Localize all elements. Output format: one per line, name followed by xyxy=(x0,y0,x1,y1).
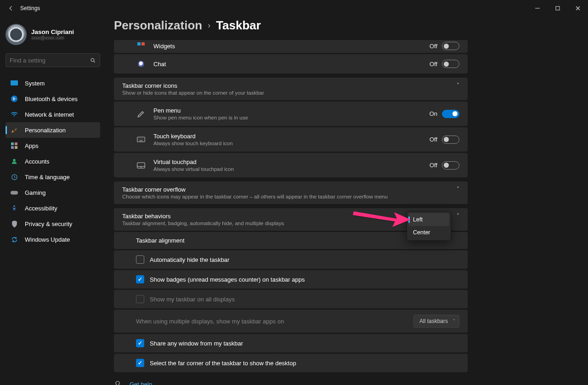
svg-rect-1 xyxy=(556,6,560,10)
nav-gaming[interactable]: Gaming xyxy=(6,185,100,200)
apps-icon xyxy=(10,142,18,150)
row-title: Taskbar alignment xyxy=(136,237,185,244)
row-title: Show my taskbar on all displays xyxy=(150,296,235,303)
row-title: Chat xyxy=(153,61,166,68)
section-corner-icons[interactable]: Taskbar corner icons Show or hide icons … xyxy=(114,78,468,100)
row-subtitle: Always show virtual touchpad icon xyxy=(153,166,234,172)
wifi-icon xyxy=(10,110,18,119)
share-checkbox[interactable] xyxy=(136,339,144,347)
toggle-state: Off xyxy=(430,162,437,169)
nav-list: System Bluetooth & devices Network & int… xyxy=(6,75,100,247)
row-title: Share any window from my taskbar xyxy=(150,340,243,347)
get-help-link[interactable]: Get help xyxy=(114,379,588,385)
svg-rect-16 xyxy=(137,137,145,142)
row-chat[interactable]: Chat Off xyxy=(114,54,468,74)
row-subtitle: Show pen menu icon when pen is in use xyxy=(153,115,248,120)
avatar xyxy=(6,24,27,45)
keyboard-icon xyxy=(136,136,146,142)
section-title: Taskbar corner overflow xyxy=(122,186,186,193)
back-button[interactable] xyxy=(4,1,18,16)
nav-privacy[interactable]: Privacy & security xyxy=(6,216,100,232)
breadcrumb-current: Taskbar xyxy=(216,18,261,33)
row-virtual-touchpad[interactable]: Virtual touchpad Always show virtual tou… xyxy=(114,153,468,177)
svg-rect-13 xyxy=(137,42,141,45)
alignment-option-center[interactable]: Center xyxy=(408,226,449,239)
svg-point-12 xyxy=(13,205,15,207)
row-title: Widgets xyxy=(153,43,175,50)
nav-bluetooth[interactable]: Bluetooth & devices xyxy=(6,91,100,107)
nav-label: Privacy & security xyxy=(25,221,72,227)
nav-accessibility[interactable]: Accessibility xyxy=(6,200,100,216)
dropdown-value: All taskbars xyxy=(419,318,448,324)
link-text[interactable]: Get help xyxy=(130,381,152,385)
nav-label: Gaming xyxy=(25,189,46,196)
breadcrumb: Personalization › Taskbar xyxy=(114,18,588,40)
row-far-corner[interactable]: Select the far corner of the taskbar to … xyxy=(114,354,468,372)
system-icon xyxy=(10,79,18,87)
virtual-touchpad-toggle[interactable] xyxy=(442,161,459,170)
nav-label: Time & language xyxy=(25,174,70,181)
accessibility-icon xyxy=(10,204,18,212)
touch-keyboard-toggle[interactable] xyxy=(442,136,459,144)
nav-label: Accounts xyxy=(25,158,49,165)
nav-time[interactable]: Time & language xyxy=(6,169,100,185)
search-box[interactable] xyxy=(6,53,100,67)
toggle-state: Off xyxy=(430,61,437,68)
svg-rect-8 xyxy=(15,146,17,149)
titlebar: Settings xyxy=(0,0,588,17)
row-title: Automatically hide the taskbar xyxy=(150,256,229,263)
row-share-window[interactable]: Share any window from my taskbar xyxy=(114,334,468,352)
row-auto-hide[interactable]: Automatically hide the taskbar xyxy=(114,250,468,269)
chevron-up-icon: ˄ xyxy=(457,213,459,219)
widgets-icon xyxy=(136,42,146,50)
row-widgets[interactable]: Widgets Off xyxy=(114,40,468,53)
nav-apps[interactable]: Apps xyxy=(6,138,100,153)
row-multi-when: When using multiple displays, show my ta… xyxy=(114,310,468,333)
row-show-badges[interactable]: Show badges (unread messages counter) on… xyxy=(114,270,468,289)
nav-system[interactable]: System xyxy=(6,75,100,91)
search-input[interactable] xyxy=(10,57,90,64)
user-tile[interactable]: Jason Cipriani xxxx@xxxx.com xyxy=(6,22,100,51)
section-corner-overflow[interactable]: Taskbar corner overflow Choose which ico… xyxy=(114,181,468,204)
personalization-icon xyxy=(10,126,18,134)
maximize-button[interactable] xyxy=(548,1,568,16)
section-subtitle: Show or hide icons that appear on the co… xyxy=(122,90,264,96)
search-icon xyxy=(90,57,96,63)
nav-label: Personalization xyxy=(25,127,66,134)
widgets-toggle[interactable] xyxy=(442,42,459,50)
minimize-button[interactable] xyxy=(527,1,548,16)
row-subtitle: Always show touch keyboard icon xyxy=(153,141,233,146)
svg-rect-14 xyxy=(141,42,145,45)
auto-hide-checkbox[interactable] xyxy=(136,255,144,264)
row-touch-keyboard[interactable]: Touch keyboard Always show touch keyboar… xyxy=(114,127,468,152)
alignment-option-left[interactable]: Left xyxy=(408,213,449,226)
svg-rect-6 xyxy=(15,142,17,145)
breadcrumb-parent[interactable]: Personalization xyxy=(114,18,202,33)
gaming-icon xyxy=(10,188,18,197)
nav-label: Network & internet xyxy=(25,111,74,118)
nav-label: Bluetooth & devices xyxy=(25,96,78,102)
update-icon xyxy=(10,235,18,243)
accounts-icon xyxy=(10,157,18,165)
far-corner-checkbox[interactable] xyxy=(136,359,144,367)
close-button[interactable] xyxy=(568,1,588,16)
chat-icon xyxy=(136,60,146,68)
nav-network[interactable]: Network & internet xyxy=(6,107,100,122)
nav-label: Windows Update xyxy=(25,236,70,243)
nav-update[interactable]: Windows Update xyxy=(6,232,100,247)
svg-point-2 xyxy=(91,58,94,62)
svg-point-9 xyxy=(13,159,16,162)
chat-toggle[interactable] xyxy=(442,60,459,68)
pen-toggle[interactable] xyxy=(442,110,459,118)
sidebar: Jason Cipriani xxxx@xxxx.com System Blue… xyxy=(0,18,106,385)
toggle-state: Off xyxy=(430,43,437,50)
nav-accounts[interactable]: Accounts xyxy=(6,153,100,169)
svg-rect-3 xyxy=(11,80,18,85)
nav-personalization[interactable]: Personalization xyxy=(6,122,100,138)
nav-label: System xyxy=(25,80,45,87)
alignment-dropdown-popup[interactable]: Left Center xyxy=(407,211,451,241)
row-pen-menu[interactable]: Pen menu Show pen menu icon when pen is … xyxy=(114,102,468,126)
badges-checkbox[interactable] xyxy=(136,275,144,283)
nav-label: Accessibility xyxy=(25,205,57,212)
main-content: Personalization › Taskbar Widgets Off Ch… xyxy=(114,18,588,385)
